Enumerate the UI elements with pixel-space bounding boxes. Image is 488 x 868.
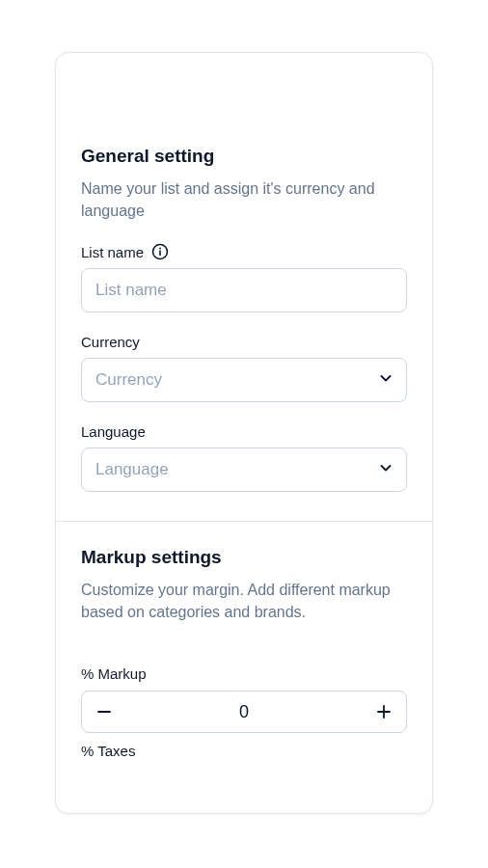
currency-label-row: Currency xyxy=(81,334,407,350)
language-select[interactable]: Language xyxy=(81,448,407,492)
spacer xyxy=(81,623,407,665)
list-name-label: List name xyxy=(81,244,144,260)
percent-markup-label: % Markup xyxy=(81,665,147,682)
general-section: General setting Name your list and assig… xyxy=(56,53,432,521)
percent-taxes-label-row: % Taxes xyxy=(81,743,407,760)
percent-taxes-label: % Taxes xyxy=(81,743,135,759)
language-select-wrap: Language xyxy=(81,448,407,492)
markup-title: Markup settings xyxy=(81,547,407,569)
currency-select-placeholder: Currency xyxy=(95,370,162,390)
percent-markup-value: 0 xyxy=(126,702,362,722)
currency-field: Currency Currency xyxy=(81,334,407,402)
markup-decrease-button[interactable] xyxy=(82,692,126,732)
list-name-field: List name xyxy=(81,243,407,312)
settings-card: General setting Name your list and assig… xyxy=(55,52,433,814)
percent-markup-stepper: 0 xyxy=(81,691,407,733)
general-subtitle: Name your list and assign it's currency … xyxy=(81,177,407,222)
markup-section: Markup settings Customize your margin. A… xyxy=(56,522,432,789)
percent-markup-label-row: % Markup xyxy=(81,665,407,683)
currency-select-wrap: Currency xyxy=(81,358,407,402)
plus-icon xyxy=(375,703,393,720)
language-label: Language xyxy=(81,423,146,440)
info-icon[interactable] xyxy=(151,243,169,260)
language-field: Language Language xyxy=(81,423,407,492)
language-label-row: Language xyxy=(81,423,407,440)
list-name-label-row: List name xyxy=(81,243,407,260)
markup-increase-button[interactable] xyxy=(362,692,406,732)
list-name-input[interactable] xyxy=(81,268,407,312)
language-select-placeholder: Language xyxy=(95,460,169,479)
minus-icon xyxy=(95,703,113,720)
currency-label: Currency xyxy=(81,334,140,350)
svg-point-2 xyxy=(159,248,161,250)
markup-subtitle: Customize your margin. Add different mar… xyxy=(81,579,407,623)
general-title: General setting xyxy=(81,146,407,168)
currency-select[interactable]: Currency xyxy=(81,358,407,402)
